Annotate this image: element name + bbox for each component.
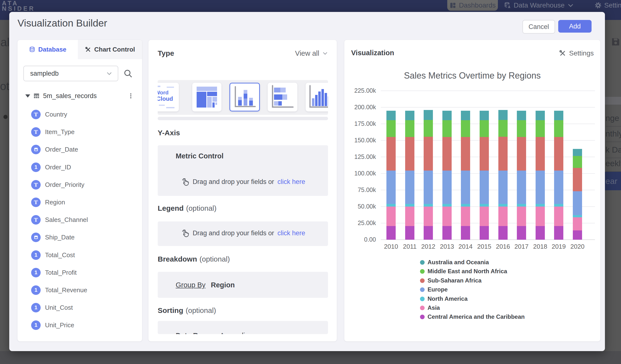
bar-segment: [573, 149, 582, 156]
cancel-button[interactable]: Cancel: [522, 20, 555, 34]
sorting-control[interactable]: Date Range Ascending: [158, 321, 328, 334]
field-name: Unit_Price: [45, 321, 74, 329]
field-item-total_revenue[interactable]: 1Total_Revenue: [31, 284, 136, 296]
nav-item-data-warehouse[interactable]: Data Warehouse: [504, 0, 574, 11]
chart-type-card-stacked-column[interactable]: [229, 83, 260, 111]
nav-item-dashboards[interactable]: Dashboards: [447, 0, 498, 11]
bar-segment: [535, 226, 545, 240]
field-item-order_id[interactable]: 1Order_ID: [31, 161, 136, 173]
field-item-unit_cost[interactable]: 1Unit_Cost: [31, 302, 136, 313]
field-name: Country: [45, 111, 67, 118]
breakdown-group-by[interactable]: Group By Region: [158, 272, 328, 298]
bar-segment: [480, 204, 489, 207]
legend-color-dot: [420, 287, 425, 292]
bar-segment: [535, 204, 545, 207]
bar-segment: [480, 137, 489, 171]
y-axis-tick-label: 200.00k: [345, 104, 376, 111]
field-item-order_priority[interactable]: TOrder_Priority: [31, 179, 136, 191]
field-item-region[interactable]: TRegion: [31, 196, 136, 208]
bg-list-item: k Date: [605, 145, 621, 155]
chart-legend-item: Central America and the Caribbean: [420, 313, 525, 320]
chevron-down-icon: [322, 50, 328, 56]
legend-color-dot: [420, 269, 425, 274]
bg-bullet-dot: [3, 115, 8, 119]
bar-segment: [554, 207, 563, 226]
tab-database[interactable]: Database: [17, 40, 78, 59]
bar-segment: [498, 120, 508, 137]
bg-bottom-strip: [0, 351, 621, 364]
database-select[interactable]: sampledb: [23, 66, 118, 81]
table-tree-header[interactable]: 5m_sales_records: [23, 90, 135, 101]
settings-button[interactable]: Settings: [545, 48, 594, 58]
database-select-value: sampledb: [30, 70, 59, 77]
bar-segment: [461, 120, 470, 137]
sort-order-value: Ascending: [220, 332, 253, 334]
field-item-order_date[interactable]: Order_Date: [31, 144, 136, 155]
wordcloud-word: Word: [158, 89, 169, 96]
bar-segment: [573, 156, 582, 168]
bar-segment: [424, 226, 433, 240]
chart-type-card-treemap[interactable]: [192, 83, 222, 111]
bar-segment: [517, 137, 526, 171]
kebab-menu-icon[interactable]: [127, 91, 137, 101]
legend-label: North America: [428, 295, 467, 302]
visualization-heading: Visualization: [351, 49, 394, 57]
legend-dropzone[interactable]: Drag and drop your fields or click here: [158, 221, 328, 246]
bar-segment: [517, 226, 526, 240]
carousel-scrollbar[interactable]: [158, 117, 328, 120]
group-by-label[interactable]: Group By: [176, 281, 206, 289]
bar-segment: [498, 137, 508, 171]
tools-icon: [559, 50, 566, 57]
click-here-link[interactable]: click here: [277, 229, 305, 237]
search-icon[interactable]: [123, 69, 133, 78]
bar-segment: [442, 120, 452, 137]
chevron-down-icon: [106, 70, 112, 77]
field-name: Order_Priority: [45, 181, 85, 189]
metric-control-dropzone[interactable]: Metric Control Drag and drop your fields…: [158, 145, 328, 196]
tab-chart-control[interactable]: Chart Control: [78, 40, 142, 59]
y-axis-tick-label: 50.00k: [345, 203, 376, 210]
field-item-total_cost[interactable]: 1Total_Cost: [31, 249, 136, 261]
bar-segment: [461, 207, 470, 226]
add-button[interactable]: Add: [558, 20, 592, 33]
field-item-item_type[interactable]: TItem_Type: [31, 126, 136, 138]
metric-control-title: Metric Control: [176, 152, 224, 160]
field-item-country[interactable]: TCountry: [31, 108, 136, 120]
chart-type-card-column[interactable]: [306, 83, 328, 111]
view-all-label: View all: [295, 49, 319, 57]
view-all-button[interactable]: View all: [282, 48, 328, 58]
data-warehouse-icon: [504, 2, 511, 9]
chart-type-carousel: WordCloud: [158, 80, 328, 115]
gridline: [381, 107, 595, 107]
field-item-total_profit[interactable]: 1Total_Profit: [31, 267, 136, 278]
bar-segment: [554, 204, 563, 207]
nav-item-settings[interactable]: Settings: [595, 0, 621, 11]
gear-icon: [595, 2, 602, 9]
bar-segment: [461, 226, 470, 240]
bg-list-item: eekly: [605, 159, 621, 168]
screen: ATA NSIDER DashboardsData WarehouseSetti…: [0, 0, 621, 364]
field-name: Item_Type: [45, 128, 74, 136]
field-name: Total_Profit: [45, 269, 77, 277]
save-icon[interactable]: [610, 36, 621, 48]
legend-label: Australia and Oceania: [428, 259, 489, 266]
bar-segment: [573, 215, 582, 217]
database-panel: [17, 40, 142, 341]
chart-type-card-word-cloud[interactable]: WordCloud: [158, 83, 179, 111]
field-item-ship_date[interactable]: Ship_Date: [31, 231, 136, 243]
field-item-unit_price[interactable]: 1Unit_Price: [31, 319, 136, 331]
bar-segment: [442, 207, 452, 226]
field-name: Order_ID: [45, 163, 71, 171]
bar-segment: [386, 226, 396, 240]
click-here-link[interactable]: click here: [277, 178, 305, 186]
field-item-sales_channel[interactable]: TSales_Channel: [31, 214, 136, 225]
caret-down-icon[interactable]: [25, 94, 30, 98]
legend-color-dot: [420, 260, 425, 265]
chart-type-card-stacked-bar[interactable]: [268, 83, 297, 111]
app-logo: ATA NSIDER: [2, 0, 35, 11]
nav-item-label: Data Warehouse: [514, 1, 565, 9]
tab-chart-control-label: Chart Control: [94, 46, 135, 53]
text-field-icon: T: [31, 180, 41, 190]
chevron-down-icon: [567, 2, 574, 9]
bar-segment: [405, 120, 414, 137]
